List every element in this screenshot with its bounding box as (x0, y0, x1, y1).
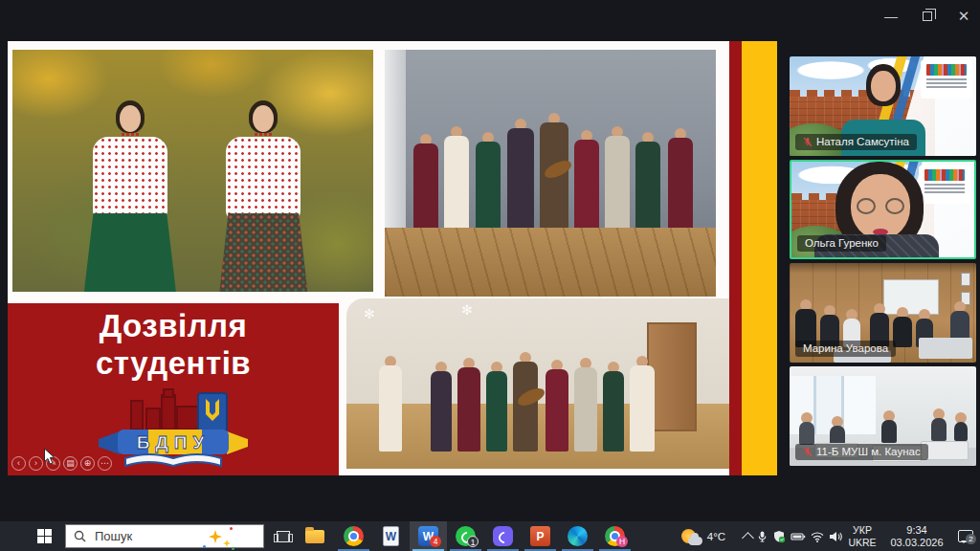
student-figure (78, 100, 183, 292)
language-indicator[interactable]: УКР UKRE (844, 521, 880, 551)
more-options-button[interactable]: ⋯ (98, 456, 112, 471)
notification-count-badge: 2 (966, 534, 976, 544)
security-shield-icon[interactable] (772, 530, 786, 543)
viber-button[interactable] (484, 521, 522, 551)
participant-name-tag: Наталя Самсутіна (795, 134, 917, 150)
glasses-shape (855, 198, 906, 215)
chrome-profile-button[interactable]: H (596, 521, 634, 551)
search-box[interactable] (65, 524, 264, 548)
close-button[interactable]: ✕ (949, 4, 978, 29)
powerpoint-icon: P (530, 526, 550, 546)
participant-video-4[interactable]: 11-Б МУШ м. Каунас (790, 366, 976, 466)
mic-muted-icon (803, 137, 813, 147)
minimize-button[interactable]: — (877, 4, 905, 29)
windows-logo-icon (37, 529, 52, 543)
system-tray (743, 521, 842, 551)
edge-button[interactable] (559, 521, 596, 551)
task-view-icon (277, 531, 290, 542)
zoom-slide-button[interactable]: ⊕ (80, 456, 95, 471)
action-center-button[interactable]: 2 (953, 521, 978, 551)
mouse-cursor (43, 448, 56, 466)
start-button[interactable] (23, 521, 65, 551)
participant-name-tag: 11-Б МУШ м. Каунас (795, 444, 928, 460)
powerpoint-button[interactable]: P (522, 521, 559, 551)
chrome-icon (344, 526, 364, 546)
participant-video-1[interactable]: Наталя Самсутіна (790, 56, 976, 156)
previous-slide-button[interactable]: ‹ (11, 456, 26, 471)
chrome-button[interactable] (335, 521, 372, 551)
word-icon: W (383, 526, 399, 546)
folder-icon (305, 530, 324, 543)
restore-button[interactable] (913, 4, 942, 29)
word-pinned-button[interactable]: W (372, 521, 410, 551)
svg-text:БДПУ: БДПУ (137, 432, 211, 452)
taskbar-apps: W W 4 1 P (335, 521, 634, 551)
student-figure (211, 100, 316, 292)
participant-video-2-active-speaker[interactable]: Ольга Гуренко (790, 160, 976, 259)
tray-expand-icon[interactable] (742, 532, 754, 544)
next-slide-button[interactable]: › (29, 456, 43, 471)
word-notification-badge: 4 (430, 536, 441, 547)
clock-widget[interactable]: 9:34 03.03.2026 (880, 521, 953, 551)
university-logo (921, 60, 972, 99)
wifi-icon[interactable] (811, 531, 824, 542)
language-primary: УКР (853, 524, 872, 537)
edge-icon (568, 526, 588, 546)
battery-icon[interactable] (791, 531, 806, 542)
slide-title-panel: Дозвілля студентів (8, 303, 339, 475)
partly-cloudy-icon (681, 528, 702, 545)
presentation-slide: Дозвілля студентів (8, 41, 777, 475)
search-icon (74, 530, 86, 542)
task-view-button[interactable] (268, 521, 299, 551)
photo-students-autumn (12, 50, 373, 292)
language-secondary: UKRE (848, 537, 876, 549)
taskbar: W W 4 1 P (0, 521, 980, 551)
restore-icon (923, 11, 932, 21)
bdpu-logo: БДПУ (91, 387, 256, 470)
word-active-button[interactable]: W 4 (410, 521, 447, 551)
slide-red-stripe (729, 41, 742, 475)
time-label: 9:34 (906, 524, 926, 537)
chrome-profile-badge: H (616, 536, 628, 547)
university-logo (919, 165, 970, 204)
desktop-screen: — ✕ (0, 0, 980, 551)
notification-icon: 2 (958, 530, 973, 542)
speaker-icon[interactable] (829, 531, 842, 542)
photo-folk-ensemble-indoor (385, 50, 716, 297)
slide-yellow-stripe (742, 41, 777, 475)
search-highlights-icon (208, 529, 225, 546)
search-input[interactable] (93, 528, 179, 544)
viber-icon (493, 526, 513, 546)
file-explorer-button[interactable] (299, 521, 331, 551)
participant-name-tag: Ольга Гуренко (797, 235, 886, 252)
participant-name-tag: Марина Уварова (795, 341, 896, 357)
microphone-icon[interactable] (757, 530, 768, 543)
slideshow-controls: ‹ › ✎ ▤ ⊕ ⋯ (11, 456, 112, 471)
photo-folk-group-hall: ✻ ✻ (346, 298, 729, 469)
date-label: 03.03.2026 (890, 537, 943, 549)
whatsapp-notification-badge: 1 (467, 536, 479, 547)
participant-video-3[interactable]: Марина Уварова (790, 263, 976, 363)
weather-widget[interactable]: 4°C (668, 521, 739, 551)
whatsapp-button[interactable]: 1 (447, 521, 484, 551)
slide-title: Дозвілля студентів (8, 307, 339, 382)
mic-muted-icon (803, 447, 813, 457)
temperature-label: 4°C (707, 531, 725, 542)
all-slides-button[interactable]: ▤ (63, 456, 78, 471)
